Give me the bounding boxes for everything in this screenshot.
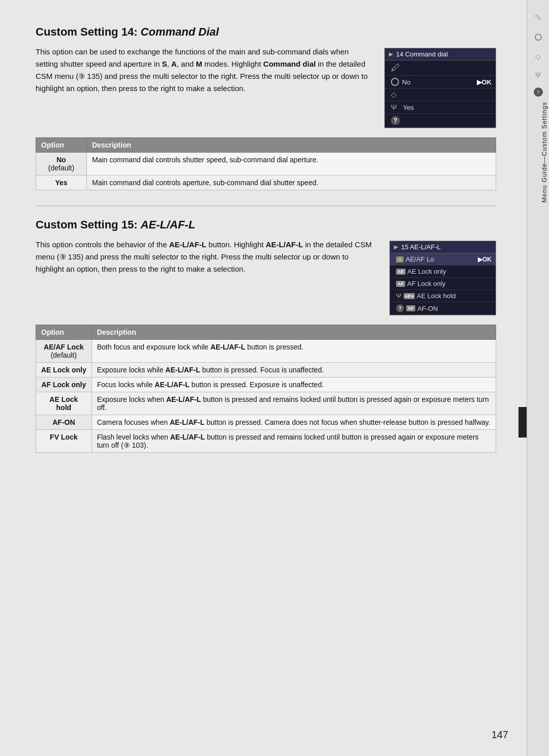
aeaf-label: AE/AF Lo (406, 255, 434, 263)
table-row: AE/AF Lock(default) Both focus and expos… (36, 340, 496, 363)
camera-menu-15: ▶ 15 AE-L/AF-L 🔒 AE/AF Lo ▶OK AE (389, 241, 496, 315)
fork-icon-14: Ψ (391, 103, 397, 111)
sidebar-icon-4: Ψ (531, 68, 546, 83)
table-15-desc-aeonly: Exposure locks while AE-L/AF-L button is… (92, 363, 496, 377)
table-15-desc-afon: Camera focuses when AE-L/AF-L button is … (92, 415, 496, 430)
main-content: Custom Setting 14: Command Dial This opt… (0, 0, 527, 756)
page-number: 147 (492, 729, 508, 741)
sidebar-vertical-label: Menu Guide—Custom Settings (541, 102, 548, 202)
table-15-option-afon: AF-ON (36, 415, 92, 430)
ae-dot-icon: AE● (404, 293, 415, 299)
table-row: AF-ON Camera focuses when AE-L/AF-L butt… (36, 415, 496, 430)
table-15-col2-header: Description (92, 325, 496, 340)
camera-menu-15-title: ▶ 15 AE-L/AF-L (390, 241, 496, 253)
camera-menu-15-row-aeonly: AE AE Lock only (390, 266, 496, 278)
af-lock-only-label: AF Lock only (407, 280, 445, 287)
table-15-option-aehold: AE Lockhold (36, 392, 92, 415)
table-14-col1-header: Option (36, 138, 87, 153)
table-14-option-no: No(default) (36, 153, 87, 176)
af-icon-row3: AF (396, 281, 405, 287)
table-15-desc-afonly: Focus locks while AE-L/AF-L button is pr… (92, 377, 496, 392)
camera-menu-15-row-aehold: Ψ AE● AE Lock hold (390, 290, 496, 302)
sidebar-icons: ✎ ◇ Ψ ? (531, 0, 546, 97)
sidebar-icon-5: ? (534, 88, 543, 97)
options-table-14: Option Description No(default) Main comm… (36, 137, 496, 190)
camera-menu-14-row-yes: Ψ Yes (385, 101, 496, 114)
circle-icon-14 (391, 78, 399, 86)
camera-menu-14-row-icon1: 🖊 (385, 61, 496, 76)
fork-icon-15: Ψ (396, 292, 402, 300)
camera-menu-14: ▶ 14 Command dial 🖊 No ▶OK (384, 48, 496, 128)
camera-menu-14-row-diamond: ◇ (385, 89, 496, 101)
section-14-text: This option can be used to exchange the … (36, 46, 372, 95)
table-14-col2-header: Description (87, 138, 496, 153)
section-15-text: This option controls the behavior of the… (36, 239, 377, 275)
table-row: Yes Main command dial controls aperture,… (36, 176, 496, 190)
table-row: FV Lock Flash level locks when AE-L/AF-L… (36, 430, 496, 453)
sidebar-black-tab (518, 407, 527, 438)
table-14-option-yes: Yes (36, 176, 87, 190)
section-14-body: This option can be used to exchange the … (36, 46, 496, 128)
ae-icon-row1: 🔒 (396, 256, 404, 263)
play-icon-15: ▶ (394, 244, 398, 250)
table-14-desc-no: Main command dial controls shutter speed… (87, 153, 496, 176)
section-divider (36, 206, 496, 206)
table-15-desc-fvlock: Flash level locks when AE-L/AF-L button … (92, 430, 496, 453)
table-row: AE Lockhold Exposure locks when AE-L/AF-… (36, 392, 496, 415)
table-row: No(default) Main command dial controls s… (36, 153, 496, 176)
table-15-desc-aeaf: Both focus and exposure lock while AE-L/… (92, 340, 496, 363)
sidebar-icon-1: ✎ (531, 10, 546, 25)
sidebar: ✎ ◇ Ψ ? Menu Guide—Custom Settings (527, 0, 549, 756)
section-15-title: Custom Setting 15: AE-L/AF-L (36, 218, 496, 231)
camera-menu-14-row-no: No ▶OK (385, 76, 496, 89)
section-14-title: Custom Setting 14: Command Dial (36, 25, 496, 39)
camera-menu-15-row-aeaf: 🔒 AE/AF Lo ▶OK (390, 253, 496, 266)
sidebar-icon-2 (531, 30, 546, 45)
table-15-option-aeaf: AE/AF Lock(default) (36, 340, 92, 363)
table-row: AF Lock only Focus locks while AE-L/AF-L… (36, 377, 496, 392)
question-icon-15: ? (396, 304, 404, 312)
page: Custom Setting 14: Command Dial This opt… (0, 0, 549, 756)
table-15-option-afonly: AF Lock only (36, 377, 92, 392)
camera-menu-15-row-afon: ? AF AF-ON (390, 302, 496, 315)
table-15-desc-aehold: Exposure locks when AE-L/AF-L button is … (92, 392, 496, 415)
note-icon: 🖊 (391, 63, 400, 73)
ok-badge-14: ▶OK (477, 78, 492, 86)
table-15-col1-header: Option (36, 325, 92, 340)
ok-badge-15: ▶OK (478, 256, 492, 263)
section-14: Custom Setting 14: Command Dial This opt… (36, 25, 496, 190)
diamond-icon-14: ◇ (391, 91, 396, 99)
af-on-label: AF-ON (417, 305, 438, 312)
camera-menu-14-title: ▶ 14 Command dial (385, 48, 496, 61)
question-icon-14: ? (391, 116, 400, 125)
circle-icon-sidebar (535, 34, 542, 41)
sidebar-icon-3: ◇ (531, 49, 546, 64)
af-on-icon: AF (406, 305, 415, 311)
ae-lock-hold-label: AE Lock hold (417, 292, 456, 300)
table-row: AE Lock only Exposure locks while AE-L/A… (36, 363, 496, 377)
section-15-body: This option controls the behavior of the… (36, 239, 496, 315)
camera-menu-14-row-question: ? (385, 114, 496, 128)
camera-menu-15-row-afonly: AF AF Lock only (390, 278, 496, 290)
options-table-15: Option Description AE/AF Lock(default) B… (36, 325, 496, 453)
table-15-option-fvlock: FV Lock (36, 430, 92, 453)
play-icon-14: ▶ (389, 51, 393, 57)
table-15-option-aeonly: AE Lock only (36, 363, 92, 377)
ae-icon-row2: AE (396, 269, 406, 275)
ae-lock-only-label: AE Lock only (408, 268, 446, 275)
section-15: Custom Setting 15: AE-L/AF-L This option… (36, 218, 496, 453)
table-14-desc-yes: Main command dial controls aperture, sub… (87, 176, 496, 190)
